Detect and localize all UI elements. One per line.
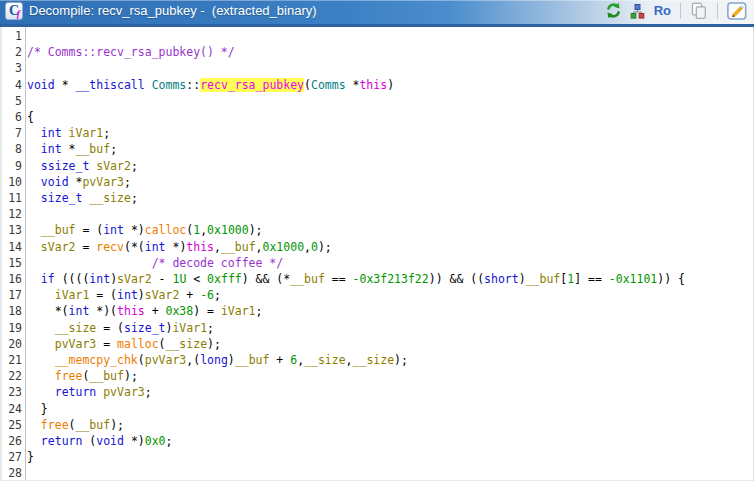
code-line[interactable]: free(__buf); (27, 417, 753, 433)
code-line[interactable]: /* Comms::recv_rsa_pubkey() */ (27, 44, 753, 60)
code-token-op[interactable]: < (186, 272, 207, 286)
code-line[interactable] (27, 465, 753, 480)
code-token-op[interactable]: = ( (89, 288, 117, 302)
code-token-op[interactable] (27, 175, 41, 189)
code-token-op[interactable]: == (325, 272, 353, 286)
code-token-kw[interactable]: int (69, 304, 90, 318)
code-token-op[interactable] (27, 337, 55, 351)
code-line[interactable]: return pvVar3; (27, 384, 753, 400)
code-token-var[interactable]: __buf (221, 240, 256, 254)
code-line[interactable]: ssize_t sVar2; (27, 158, 753, 174)
code-token-op[interactable]: - (152, 272, 173, 286)
code-token-op[interactable]: ; (131, 191, 138, 205)
code-token-var[interactable]: __buf (235, 353, 270, 367)
code-token-kw[interactable]: int (41, 126, 62, 140)
code-pane[interactable]: /* Comms::recv_rsa_pubkey() */ void * __… (26, 27, 753, 480)
code-token-num[interactable]: 0x0 (145, 434, 166, 448)
code-token-fn[interactable]: free (55, 369, 83, 383)
code-token-op[interactable]: ); (318, 240, 332, 254)
code-line[interactable]: int *__buf; (27, 141, 753, 157)
code-token-op[interactable]: ( (69, 418, 76, 432)
code-token-op[interactable] (27, 272, 41, 286)
code-token-op[interactable] (27, 353, 55, 367)
refresh-icon[interactable] (604, 1, 623, 20)
code-token-op[interactable]: :: (186, 78, 200, 92)
code-token-op[interactable]: ); (249, 223, 263, 237)
code-token-op[interactable]: *) (124, 223, 145, 237)
code-token-op[interactable]: ) (519, 272, 526, 286)
code-token-op[interactable]: , (346, 353, 353, 367)
code-token-var[interactable]: pvVar3 (103, 385, 145, 399)
code-token-op[interactable]: *) (166, 240, 187, 254)
code-token-op[interactable]: ) (228, 353, 235, 367)
code-line[interactable]: pvVar3 = malloc(__size); (27, 336, 753, 352)
code-token-op[interactable]: = ( (96, 321, 124, 335)
code-line[interactable]: __size = (size_t)iVar1; (27, 320, 753, 336)
code-token-op[interactable]: ) (138, 288, 145, 302)
code-token-op[interactable]: ) = (193, 304, 221, 318)
code-token-var[interactable]: __buf (41, 223, 76, 237)
code-token-com[interactable]: /* Comms::recv_rsa_pubkey() */ (27, 45, 235, 59)
code-token-op[interactable] (27, 434, 41, 448)
code-token-op[interactable]: = ( (75, 223, 103, 237)
code-token-kw[interactable]: return (41, 434, 83, 448)
code-line[interactable]: sVar2 = recv(*(int *)this,__buf,0x1000,0… (27, 239, 753, 255)
code-token-op[interactable]: *( (27, 304, 69, 318)
titlebar[interactable]: C f Decompile: recv_rsa_pubkey - (extrac… (0, 0, 754, 27)
code-token-op[interactable]: = (96, 337, 117, 351)
code-token-op[interactable]: *)( (89, 304, 117, 318)
code-token-var[interactable]: iVar1 (172, 321, 207, 335)
code-token-ths[interactable]: this (117, 304, 145, 318)
code-line[interactable]: } (27, 449, 753, 465)
code-token-op[interactable]: * (55, 78, 76, 92)
code-token-op[interactable] (27, 385, 55, 399)
code-token-var[interactable]: __size (304, 353, 346, 367)
code-token-op[interactable] (27, 142, 41, 156)
code-token-op[interactable]: ; (110, 142, 117, 156)
code-token-kw[interactable]: ssize_t (41, 159, 89, 173)
code-token-op[interactable]: , (256, 240, 263, 254)
code-token-var[interactable]: pvVar3 (55, 337, 97, 351)
code-token-op[interactable] (27, 321, 55, 335)
code-token-op[interactable]: ( (159, 337, 166, 351)
code-token-fn[interactable]: __memcpy_chk (55, 353, 138, 367)
code-token-fn[interactable]: calloc (145, 223, 187, 237)
code-token-op[interactable]: * (346, 78, 360, 92)
code-token-var[interactable]: sVar2 (96, 159, 131, 173)
code-token-kw[interactable]: size_t (41, 191, 83, 205)
code-token-var[interactable]: iVar1 (55, 288, 90, 302)
code-token-fn[interactable]: malloc (117, 337, 159, 351)
code-token-var[interactable]: iVar1 (69, 126, 104, 140)
code-token-num[interactable]: 1U (172, 272, 186, 286)
code-line[interactable]: if ((((int)sVar2 - 1U < 0xfff) && (*__bu… (27, 271, 753, 287)
code-token-op[interactable]: + (269, 353, 290, 367)
code-token-op[interactable] (27, 369, 55, 383)
code-token-op[interactable]: ; (103, 126, 110, 140)
code-line[interactable]: { (27, 109, 753, 125)
code-token-op[interactable]: ) && (* (242, 272, 290, 286)
code-token-ths[interactable]: this (359, 78, 387, 92)
code-token-op[interactable]: } (27, 450, 34, 464)
code-token-var[interactable]: sVar2 (145, 288, 180, 302)
code-token-op[interactable]: ( (304, 78, 311, 92)
code-token-var[interactable]: pvVar3 (82, 175, 124, 189)
code-token-var[interactable]: sVar2 (41, 240, 76, 254)
code-token-op[interactable]: ; (124, 175, 131, 189)
code-token-kw[interactable]: __thiscall (75, 78, 144, 92)
code-token-num[interactable]: 0x1000 (207, 223, 249, 237)
code-token-var[interactable]: __buf (89, 369, 124, 383)
code-token-op[interactable] (27, 240, 41, 254)
code-token-op[interactable]: ( (82, 434, 96, 448)
code-token-op[interactable]: ; (256, 304, 263, 318)
code-token-op[interactable]: + (145, 304, 166, 318)
code-token-op[interactable] (27, 126, 41, 140)
code-token-op[interactable]: * (62, 142, 76, 156)
code-token-op[interactable]: } (27, 402, 48, 416)
code-token-num[interactable]: 0x1000 (263, 240, 305, 254)
code-token-fn[interactable]: recv (96, 240, 124, 254)
code-token-op[interactable]: ( (138, 353, 145, 367)
code-token-kw[interactable]: void (27, 78, 55, 92)
code-token-op[interactable] (27, 418, 41, 432)
code-token-var[interactable]: pvVar3 (145, 353, 187, 367)
code-token-kw[interactable]: short (484, 272, 519, 286)
